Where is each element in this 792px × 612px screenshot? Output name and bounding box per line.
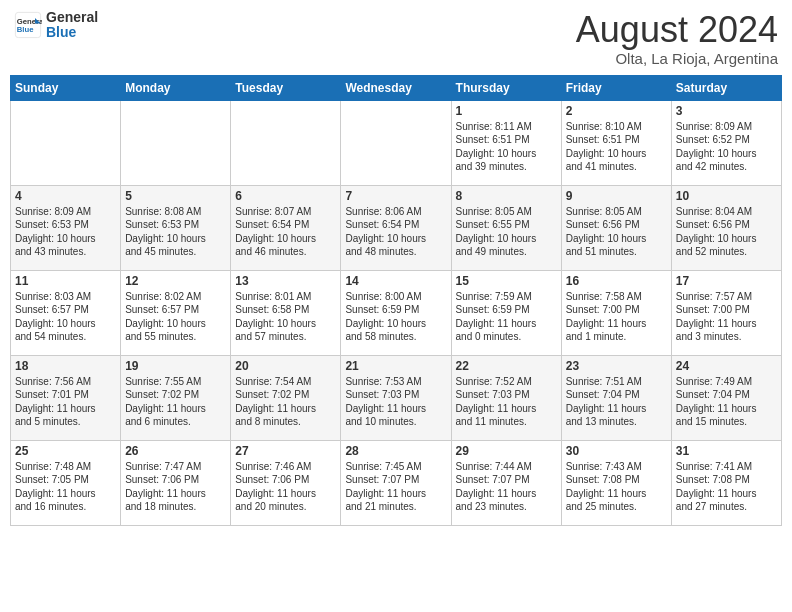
calendar-cell: 30Sunrise: 7:43 AM Sunset: 7:08 PM Dayli… bbox=[561, 440, 671, 525]
day-number: 23 bbox=[566, 359, 667, 373]
calendar-cell bbox=[121, 100, 231, 185]
week-row-4: 18Sunrise: 7:56 AM Sunset: 7:01 PM Dayli… bbox=[11, 355, 782, 440]
day-number: 9 bbox=[566, 189, 667, 203]
day-number: 31 bbox=[676, 444, 777, 458]
calendar-cell: 9Sunrise: 8:05 AM Sunset: 6:56 PM Daylig… bbox=[561, 185, 671, 270]
day-info: Sunrise: 7:57 AM Sunset: 7:00 PM Dayligh… bbox=[676, 290, 777, 344]
day-number: 14 bbox=[345, 274, 446, 288]
day-info: Sunrise: 7:47 AM Sunset: 7:06 PM Dayligh… bbox=[125, 460, 226, 514]
day-number: 22 bbox=[456, 359, 557, 373]
weekday-header-sunday: Sunday bbox=[11, 75, 121, 100]
calendar-cell: 24Sunrise: 7:49 AM Sunset: 7:04 PM Dayli… bbox=[671, 355, 781, 440]
day-number: 13 bbox=[235, 274, 336, 288]
day-info: Sunrise: 7:46 AM Sunset: 7:06 PM Dayligh… bbox=[235, 460, 336, 514]
calendar-cell: 10Sunrise: 8:04 AM Sunset: 6:56 PM Dayli… bbox=[671, 185, 781, 270]
day-info: Sunrise: 8:00 AM Sunset: 6:59 PM Dayligh… bbox=[345, 290, 446, 344]
calendar-cell: 1Sunrise: 8:11 AM Sunset: 6:51 PM Daylig… bbox=[451, 100, 561, 185]
day-info: Sunrise: 8:02 AM Sunset: 6:57 PM Dayligh… bbox=[125, 290, 226, 344]
calendar-cell: 8Sunrise: 8:05 AM Sunset: 6:55 PM Daylig… bbox=[451, 185, 561, 270]
day-info: Sunrise: 8:03 AM Sunset: 6:57 PM Dayligh… bbox=[15, 290, 116, 344]
logo-icon: General Blue bbox=[14, 11, 42, 39]
calendar-cell: 5Sunrise: 8:08 AM Sunset: 6:53 PM Daylig… bbox=[121, 185, 231, 270]
calendar-cell: 3Sunrise: 8:09 AM Sunset: 6:52 PM Daylig… bbox=[671, 100, 781, 185]
day-number: 12 bbox=[125, 274, 226, 288]
calendar-cell: 2Sunrise: 8:10 AM Sunset: 6:51 PM Daylig… bbox=[561, 100, 671, 185]
day-info: Sunrise: 8:09 AM Sunset: 6:53 PM Dayligh… bbox=[15, 205, 116, 259]
day-info: Sunrise: 7:59 AM Sunset: 6:59 PM Dayligh… bbox=[456, 290, 557, 344]
weekday-header-row: SundayMondayTuesdayWednesdayThursdayFrid… bbox=[11, 75, 782, 100]
day-number: 3 bbox=[676, 104, 777, 118]
day-info: Sunrise: 7:56 AM Sunset: 7:01 PM Dayligh… bbox=[15, 375, 116, 429]
calendar-cell: 20Sunrise: 7:54 AM Sunset: 7:02 PM Dayli… bbox=[231, 355, 341, 440]
day-number: 17 bbox=[676, 274, 777, 288]
day-info: Sunrise: 7:45 AM Sunset: 7:07 PM Dayligh… bbox=[345, 460, 446, 514]
svg-text:Blue: Blue bbox=[17, 25, 34, 34]
day-number: 30 bbox=[566, 444, 667, 458]
day-number: 20 bbox=[235, 359, 336, 373]
location: Olta, La Rioja, Argentina bbox=[576, 50, 778, 67]
day-info: Sunrise: 8:05 AM Sunset: 6:55 PM Dayligh… bbox=[456, 205, 557, 259]
day-info: Sunrise: 7:48 AM Sunset: 7:05 PM Dayligh… bbox=[15, 460, 116, 514]
calendar-cell: 19Sunrise: 7:55 AM Sunset: 7:02 PM Dayli… bbox=[121, 355, 231, 440]
logo-text-general: General bbox=[46, 10, 98, 25]
day-info: Sunrise: 8:09 AM Sunset: 6:52 PM Dayligh… bbox=[676, 120, 777, 174]
day-info: Sunrise: 7:53 AM Sunset: 7:03 PM Dayligh… bbox=[345, 375, 446, 429]
day-info: Sunrise: 7:44 AM Sunset: 7:07 PM Dayligh… bbox=[456, 460, 557, 514]
day-number: 6 bbox=[235, 189, 336, 203]
day-number: 7 bbox=[345, 189, 446, 203]
calendar-cell: 17Sunrise: 7:57 AM Sunset: 7:00 PM Dayli… bbox=[671, 270, 781, 355]
calendar-cell: 15Sunrise: 7:59 AM Sunset: 6:59 PM Dayli… bbox=[451, 270, 561, 355]
day-number: 16 bbox=[566, 274, 667, 288]
calendar-cell: 29Sunrise: 7:44 AM Sunset: 7:07 PM Dayli… bbox=[451, 440, 561, 525]
weekday-header-tuesday: Tuesday bbox=[231, 75, 341, 100]
day-info: Sunrise: 7:55 AM Sunset: 7:02 PM Dayligh… bbox=[125, 375, 226, 429]
week-row-2: 4Sunrise: 8:09 AM Sunset: 6:53 PM Daylig… bbox=[11, 185, 782, 270]
day-info: Sunrise: 7:52 AM Sunset: 7:03 PM Dayligh… bbox=[456, 375, 557, 429]
weekday-header-thursday: Thursday bbox=[451, 75, 561, 100]
day-info: Sunrise: 8:11 AM Sunset: 6:51 PM Dayligh… bbox=[456, 120, 557, 174]
title-block: August 2024 Olta, La Rioja, Argentina bbox=[576, 10, 778, 67]
day-number: 26 bbox=[125, 444, 226, 458]
day-number: 21 bbox=[345, 359, 446, 373]
calendar-cell: 26Sunrise: 7:47 AM Sunset: 7:06 PM Dayli… bbox=[121, 440, 231, 525]
week-row-3: 11Sunrise: 8:03 AM Sunset: 6:57 PM Dayli… bbox=[11, 270, 782, 355]
day-info: Sunrise: 8:01 AM Sunset: 6:58 PM Dayligh… bbox=[235, 290, 336, 344]
svg-text:General: General bbox=[17, 17, 42, 26]
day-info: Sunrise: 8:06 AM Sunset: 6:54 PM Dayligh… bbox=[345, 205, 446, 259]
week-row-1: 1Sunrise: 8:11 AM Sunset: 6:51 PM Daylig… bbox=[11, 100, 782, 185]
day-number: 1 bbox=[456, 104, 557, 118]
day-info: Sunrise: 8:08 AM Sunset: 6:53 PM Dayligh… bbox=[125, 205, 226, 259]
day-number: 19 bbox=[125, 359, 226, 373]
day-number: 29 bbox=[456, 444, 557, 458]
weekday-header-wednesday: Wednesday bbox=[341, 75, 451, 100]
day-info: Sunrise: 7:49 AM Sunset: 7:04 PM Dayligh… bbox=[676, 375, 777, 429]
month-title: August 2024 bbox=[576, 10, 778, 50]
calendar-cell: 4Sunrise: 8:09 AM Sunset: 6:53 PM Daylig… bbox=[11, 185, 121, 270]
day-number: 5 bbox=[125, 189, 226, 203]
calendar-cell: 28Sunrise: 7:45 AM Sunset: 7:07 PM Dayli… bbox=[341, 440, 451, 525]
day-info: Sunrise: 8:10 AM Sunset: 6:51 PM Dayligh… bbox=[566, 120, 667, 174]
calendar-cell: 12Sunrise: 8:02 AM Sunset: 6:57 PM Dayli… bbox=[121, 270, 231, 355]
calendar-cell: 21Sunrise: 7:53 AM Sunset: 7:03 PM Dayli… bbox=[341, 355, 451, 440]
day-info: Sunrise: 8:05 AM Sunset: 6:56 PM Dayligh… bbox=[566, 205, 667, 259]
day-number: 11 bbox=[15, 274, 116, 288]
day-number: 27 bbox=[235, 444, 336, 458]
day-number: 10 bbox=[676, 189, 777, 203]
calendar-cell: 16Sunrise: 7:58 AM Sunset: 7:00 PM Dayli… bbox=[561, 270, 671, 355]
day-number: 4 bbox=[15, 189, 116, 203]
calendar-cell: 14Sunrise: 8:00 AM Sunset: 6:59 PM Dayli… bbox=[341, 270, 451, 355]
day-info: Sunrise: 7:41 AM Sunset: 7:08 PM Dayligh… bbox=[676, 460, 777, 514]
calendar-cell: 13Sunrise: 8:01 AM Sunset: 6:58 PM Dayli… bbox=[231, 270, 341, 355]
page-header: General Blue General Blue August 2024 Ol… bbox=[10, 10, 782, 67]
weekday-header-monday: Monday bbox=[121, 75, 231, 100]
calendar-cell: 31Sunrise: 7:41 AM Sunset: 7:08 PM Dayli… bbox=[671, 440, 781, 525]
weekday-header-saturday: Saturday bbox=[671, 75, 781, 100]
calendar-cell bbox=[231, 100, 341, 185]
day-info: Sunrise: 8:04 AM Sunset: 6:56 PM Dayligh… bbox=[676, 205, 777, 259]
calendar-table: SundayMondayTuesdayWednesdayThursdayFrid… bbox=[10, 75, 782, 526]
day-info: Sunrise: 7:43 AM Sunset: 7:08 PM Dayligh… bbox=[566, 460, 667, 514]
day-number: 15 bbox=[456, 274, 557, 288]
logo-text-blue: Blue bbox=[46, 25, 98, 40]
calendar-cell: 25Sunrise: 7:48 AM Sunset: 7:05 PM Dayli… bbox=[11, 440, 121, 525]
day-info: Sunrise: 8:07 AM Sunset: 6:54 PM Dayligh… bbox=[235, 205, 336, 259]
